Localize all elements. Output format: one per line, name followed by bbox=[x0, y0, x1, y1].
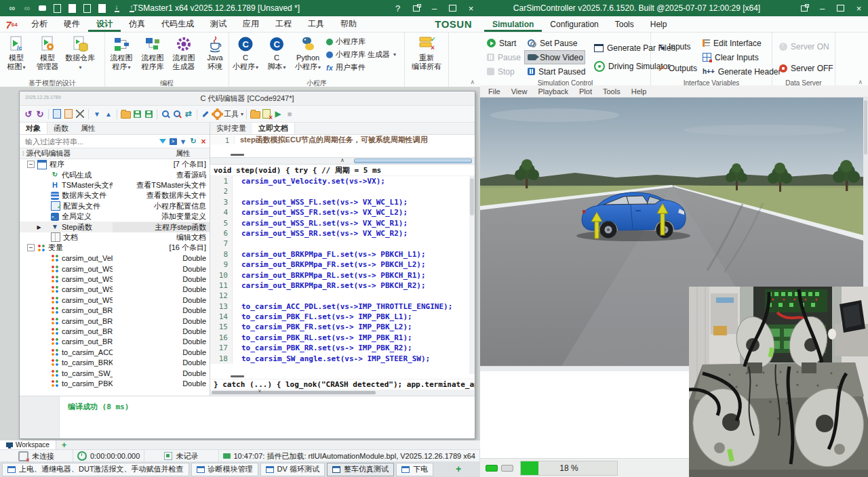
search-replace-icon[interactable] bbox=[172, 108, 182, 120]
tree-row[interactable]: to_carsim_ACC_PDL Double bbox=[20, 347, 210, 357]
filter-clear-icon[interactable]: × bbox=[199, 137, 208, 146]
new-file-icon[interactable] bbox=[50, 1, 64, 16]
code-line[interactable]: 8 carsim_out_BRKPMpa_FL.set(vs-> PBKCH_L… bbox=[210, 249, 475, 260]
tree-row[interactable]: carsim_out_WSS_RL Double bbox=[20, 285, 210, 295]
code-line[interactable]: 4 carsim_out_WSS_FR.set(vs-> VX_WC_L2); bbox=[210, 207, 475, 217]
link-off-icon[interactable]: ∞ bbox=[20, 1, 34, 16]
filter-console-icon[interactable]: > bbox=[168, 137, 178, 146]
video-menu-item[interactable]: Help bbox=[626, 87, 652, 96]
tree-row[interactable]: 代码生成 查看源码 bbox=[20, 169, 210, 180]
tree-row[interactable]: 程序 [7 个条目] bbox=[20, 159, 210, 169]
menu-item[interactable]: Help bbox=[642, 16, 675, 32]
model-manager-button[interactable]: 模型 管理器 bbox=[32, 34, 63, 79]
menu-item[interactable]: 测试 bbox=[202, 16, 235, 32]
flowchart-program-button[interactable]: 流程图 程序▾ bbox=[106, 34, 137, 79]
filter-input[interactable] bbox=[24, 137, 157, 146]
clear-inputs-button[interactable]: Clear Inputs bbox=[699, 50, 785, 64]
code-line[interactable]: 3 carsim_out_WSS_FL.set(vs-> VX_WC_L1); bbox=[210, 197, 475, 207]
folder-icon[interactable] bbox=[250, 108, 260, 120]
code-line[interactable]: 10 carsim_out_BRKPMpa_RL.set(vs-> PBKCH_… bbox=[210, 270, 475, 281]
menu-item[interactable]: 代码生成 bbox=[153, 16, 202, 32]
swap-icon[interactable]: ⇄ bbox=[183, 108, 194, 120]
user-event-button[interactable]: fx 用户事件 bbox=[326, 62, 396, 72]
tree-row[interactable]: carsim_out_BRKPMpa_RR Double bbox=[20, 337, 210, 347]
video-menu-item[interactable]: Plot bbox=[574, 87, 597, 96]
close-button[interactable]: × bbox=[850, 0, 868, 16]
ribbon-collapse-icon[interactable]: ∧ bbox=[470, 79, 475, 85]
menu-item[interactable]: 分析 bbox=[23, 16, 56, 32]
tree-row[interactable]: carsim_out_BRKPMpa_FL Double bbox=[20, 305, 210, 315]
test-flow-tab[interactable]: 诊断模块管理 bbox=[191, 463, 258, 476]
menu-item[interactable]: Configuration bbox=[542, 16, 606, 32]
code-line[interactable]: 6 carsim_out_WSS_RR.set(vs-> VX_WC_R2); bbox=[210, 228, 475, 239]
menu-item[interactable]: 仿真 bbox=[121, 16, 153, 32]
cut-icon[interactable] bbox=[75, 108, 85, 120]
code-line[interactable]: 2 bbox=[210, 186, 475, 196]
recompile-all-button[interactable]: ✓× 重新 编译所有 bbox=[410, 34, 443, 79]
save-all-icon[interactable] bbox=[143, 108, 154, 120]
minimize-button[interactable]: – bbox=[425, 0, 443, 16]
filter-down-icon[interactable]: ▼ bbox=[178, 137, 188, 146]
c-script-button[interactable]: C C 脚本▾ bbox=[261, 34, 292, 79]
flowchart-generator-button[interactable]: 流程图 生成器 bbox=[168, 34, 199, 79]
add-test-tab-button[interactable]: + bbox=[456, 463, 461, 474]
tree-row[interactable]: 文档 编辑文档 bbox=[20, 232, 210, 243]
code-line[interactable]: 18 to_carsim_SW_angle.set(vs-> IMP_STEER… bbox=[210, 354, 475, 364]
tree-row[interactable]: to_carsim_PBK_FL Double bbox=[20, 378, 210, 388]
collapse-up-icon[interactable]: ∧ bbox=[340, 157, 344, 163]
tree-row[interactable]: to_carsim_BRKPDL Double bbox=[20, 357, 210, 367]
code-line[interactable]: 7 bbox=[210, 239, 475, 249]
code-line[interactable]: 11 carsim_out_BRKPMpa_RR.set(vs-> PBKCH_… bbox=[210, 281, 475, 291]
maximize-button[interactable] bbox=[443, 0, 462, 16]
test-flow-tab[interactable]: DV 循环测试 bbox=[260, 463, 325, 476]
left-panel-tab[interactable]: 对象 bbox=[20, 123, 47, 134]
compile-icon[interactable] bbox=[261, 108, 272, 120]
menu-item[interactable]: Simulation bbox=[484, 16, 542, 32]
tree-row[interactable]: 配置头文件 小程序配置信息 bbox=[20, 201, 210, 211]
tree-row[interactable]: carsim_out_BRKPMpa_FR Double bbox=[20, 316, 210, 326]
search-icon[interactable] bbox=[160, 108, 171, 120]
right-panel-tab[interactable]: 实时变量 bbox=[210, 123, 252, 134]
menu-item[interactable]: Tools bbox=[607, 16, 642, 32]
python-applet-button[interactable]: Python 小程序▾ bbox=[292, 34, 323, 79]
server-off-button[interactable]: Server OFF bbox=[776, 61, 837, 76]
tree-row[interactable]: carsim_out_Velocity Double bbox=[20, 253, 210, 264]
code-line[interactable]: 9 carsim_out_BRKPMpa_FR.set(vs-> PBKCH_L… bbox=[210, 260, 475, 270]
tree-row[interactable]: carsim_out_WSS_FL Double bbox=[20, 264, 210, 274]
pause-button[interactable]: Pause bbox=[484, 50, 519, 64]
maximize-button[interactable] bbox=[831, 0, 850, 16]
filter-refresh-icon[interactable]: ↻ bbox=[189, 137, 198, 146]
tree-expand-icon[interactable] bbox=[27, 244, 35, 251]
tools-dropdown[interactable]: 工具▾ bbox=[224, 109, 243, 119]
outputs-button[interactable]: ↗Outputs bbox=[654, 61, 694, 76]
restore-layout-button[interactable] bbox=[407, 0, 425, 16]
tree-row[interactable]: to_carsim_SW_angle Double bbox=[20, 368, 210, 378]
collapse-down-icon[interactable]: ∨ bbox=[258, 388, 261, 394]
move-down-icon[interactable]: ▼ bbox=[92, 108, 102, 120]
stop-button[interactable]: Stop bbox=[484, 64, 519, 79]
undo-icon[interactable]: ↺ bbox=[23, 108, 34, 120]
save-as-icon[interactable] bbox=[95, 1, 108, 16]
model-diagram-button[interactable]: /c 模型 框图▾ bbox=[1, 34, 32, 79]
c-applet-button[interactable]: C C 小程序▾ bbox=[230, 34, 261, 79]
doc-panel[interactable]: 1 step函数模拟ECU节点的周期任务，可被系统周期性调用 bbox=[210, 135, 475, 152]
applet-library-button[interactable]: 小程序库 bbox=[326, 37, 396, 47]
tree-row[interactable]: carsim_out_WSS_FR Double bbox=[20, 274, 210, 284]
data-warehouse-button[interactable]: 数据仓库 ▾ bbox=[63, 34, 97, 79]
code-editor-header[interactable]: 2025.12.26.1789 C 代码编辑器 [CCode9247*] bbox=[20, 91, 475, 106]
start-button[interactable]: Start bbox=[484, 36, 519, 50]
video-menu-item[interactable]: View bbox=[506, 87, 533, 96]
code-horizontal-scrollbar[interactable]: ∨ bbox=[210, 390, 475, 396]
tree-row[interactable]: carsim_out_BRKPMpa_RL Double bbox=[20, 326, 210, 336]
tree-row[interactable]: Step函数 主程序step函数 bbox=[20, 222, 210, 232]
video-menu-item[interactable]: File bbox=[483, 87, 506, 96]
ribbon-collapse-icon[interactable]: ∧ bbox=[858, 79, 863, 85]
code-resize-handle[interactable] bbox=[210, 374, 475, 379]
add-workspace-button[interactable]: + bbox=[62, 440, 67, 450]
menu-item[interactable]: 帮助 bbox=[332, 16, 365, 32]
server-on-button[interactable]: Server ON bbox=[776, 39, 837, 54]
menu-item[interactable]: 应用 bbox=[235, 16, 267, 32]
move-up-icon[interactable]: ▲ bbox=[103, 108, 114, 120]
tree-row[interactable]: carsim_out_WSS_RR Double bbox=[20, 295, 210, 305]
code-line[interactable]: 13 to_carsim_ACC_PDL.set(vs->IMP_THROTTL… bbox=[210, 302, 475, 312]
